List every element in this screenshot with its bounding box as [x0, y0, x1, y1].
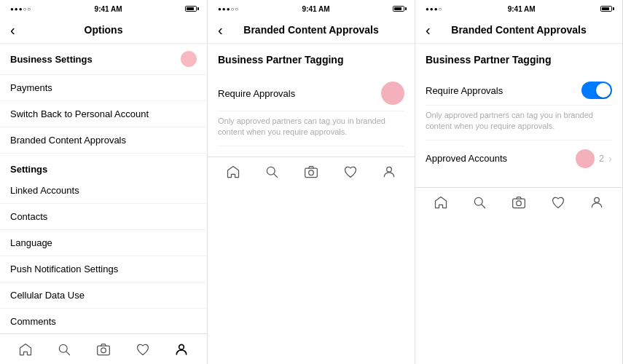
nav-home-2[interactable]: [220, 159, 246, 185]
nav-search-3[interactable]: [466, 189, 493, 215]
nav-search-1[interactable]: [51, 336, 77, 363]
status-bar-3: ●●●○ 9:41 AM: [415, 0, 622, 16]
back-button-3[interactable]: ‹: [426, 23, 431, 37]
camera-icon-1: [96, 342, 111, 357]
cellular-label: Cellular Data Use: [10, 290, 85, 301]
svg-line-1: [66, 351, 70, 355]
menu-item-switch-account[interactable]: Switch Back to Personal Account: [0, 101, 207, 127]
panel-bc-off: ●●●○○ 9:41 AM ‹ Branded Content Approval…: [208, 0, 415, 364]
menu-item-cellular[interactable]: Cellular Data Use: [0, 282, 207, 309]
svg-point-9: [387, 167, 392, 173]
nav-home-1[interactable]: [12, 336, 39, 363]
svg-point-13: [517, 201, 522, 206]
menu-item-business-settings[interactable]: Business Settings: [0, 44, 207, 75]
back-button-1[interactable]: ‹: [10, 23, 15, 37]
bc-section-title-3: Business Partner Tagging: [426, 54, 612, 66]
menu-item-comments[interactable]: Comments: [0, 309, 207, 333]
settings-section-header: Settings: [0, 154, 207, 178]
menu-item-payments[interactable]: Payments: [0, 75, 207, 101]
bc-on-content: Business Partner Tagging Require Approva…: [415, 44, 622, 187]
heart-icon-2: [343, 165, 358, 179]
nav-profile-1[interactable]: [168, 336, 195, 363]
approved-accounts-chevron: ›: [608, 153, 612, 165]
nav-profile-2[interactable]: [376, 159, 402, 185]
svg-point-4: [179, 344, 184, 349]
status-icons-2: [393, 6, 404, 12]
battery-icon-1: [185, 6, 197, 12]
linked-accounts-label: Linked Accounts: [10, 185, 79, 196]
menu-item-push-notifications[interactable]: Push Notification Settings: [0, 256, 207, 282]
camera-icon-2: [304, 165, 318, 179]
svg-point-14: [595, 198, 600, 203]
payments-label: Payments: [10, 82, 52, 93]
time-3: 9:41 AM: [508, 5, 536, 13]
panel-options: ●●●○○ 9:41 AM ‹ Options Business Setting…: [0, 0, 208, 364]
require-approvals-row-3: Require Approvals: [426, 76, 612, 106]
nav-header-1: ‹ Options: [0, 16, 207, 44]
bc-section-title-2: Business Partner Tagging: [218, 54, 404, 66]
approved-accounts-row[interactable]: Approved Accounts 2 ›: [426, 141, 612, 177]
status-icons-3: [600, 6, 612, 12]
home-icon-1: [18, 342, 33, 357]
approved-accounts-right: 2 ›: [576, 149, 612, 168]
bottom-nav-3: [415, 187, 622, 218]
svg-line-6: [274, 174, 278, 178]
signal-dots-2: ●●●○○: [218, 6, 239, 12]
bc-description-3: Only approved partners can tag you in br…: [426, 110, 612, 141]
svg-rect-2: [98, 346, 110, 355]
status-icons-1: [185, 6, 197, 12]
heart-icon-1: [136, 342, 150, 357]
nav-heart-3[interactable]: [545, 189, 571, 215]
camera-icon-3: [512, 195, 526, 210]
nav-heart-1[interactable]: [130, 336, 156, 363]
nav-camera-3[interactable]: [506, 189, 532, 215]
business-settings-label: Business Settings: [10, 54, 93, 65]
require-approvals-toggle-3[interactable]: [581, 82, 612, 99]
require-approvals-row-2: Require Approvals: [218, 76, 404, 111]
nav-search-2[interactable]: [259, 159, 285, 185]
svg-rect-7: [305, 168, 318, 178]
options-content: Business Settings Payments Switch Back t…: [0, 44, 207, 333]
nav-camera-2[interactable]: [298, 159, 324, 185]
nav-profile-3[interactable]: [584, 189, 610, 215]
menu-item-contacts[interactable]: Contacts: [0, 204, 207, 230]
svg-point-8: [309, 170, 314, 175]
menu-item-language[interactable]: Language: [0, 230, 207, 256]
status-bar-1: ●●●○○ 9:41 AM: [0, 0, 207, 16]
branded-content-label: Branded Content Approvals: [10, 135, 126, 146]
time-2: 9:41 AM: [302, 5, 330, 13]
profile-icon-3: [589, 195, 604, 210]
nav-heart-2[interactable]: [337, 159, 364, 185]
menu-item-branded-content[interactable]: Branded Content Approvals: [0, 127, 207, 154]
approved-accounts-avatar: [576, 149, 595, 168]
battery-icon-3: [600, 6, 612, 12]
back-button-2[interactable]: ‹: [218, 23, 223, 37]
search-icon-3: [472, 195, 487, 210]
require-approvals-label-2: Require Approvals: [218, 88, 295, 99]
bc-description-2: Only approved partners can tag you in br…: [218, 116, 404, 146]
battery-icon-2: [393, 6, 404, 12]
switch-account-label: Switch Back to Personal Account: [10, 108, 149, 119]
toggle-thumb-3: [596, 83, 611, 98]
search-icon-2: [265, 165, 279, 179]
nav-title-1: Options: [85, 24, 123, 36]
home-icon-3: [434, 195, 448, 210]
bottom-nav-1: [0, 333, 207, 364]
nav-camera-1[interactable]: [90, 336, 117, 363]
nav-title-3: Branded Content Approvals: [451, 24, 586, 36]
approved-accounts-count: 2: [599, 153, 604, 164]
nav-home-3[interactable]: [428, 189, 454, 215]
language-label: Language: [10, 237, 52, 248]
require-approvals-label-3: Require Approvals: [426, 85, 503, 96]
svg-rect-12: [513, 199, 525, 208]
signal-dots-1: ●●●○○: [10, 6, 31, 12]
nav-title-2: Branded Content Approvals: [243, 24, 378, 36]
contacts-label: Contacts: [10, 211, 47, 222]
panel-bc-on: ●●●○ 9:41 AM ‹ Branded Content Approvals…: [415, 0, 623, 364]
search-icon-1: [57, 342, 71, 357]
heart-icon-3: [551, 195, 565, 210]
nav-header-2: ‹ Branded Content Approvals: [208, 16, 415, 44]
menu-item-linked-accounts[interactable]: Linked Accounts: [0, 178, 207, 204]
comments-label: Comments: [10, 316, 56, 327]
toggle-loading-indicator: [381, 82, 404, 105]
